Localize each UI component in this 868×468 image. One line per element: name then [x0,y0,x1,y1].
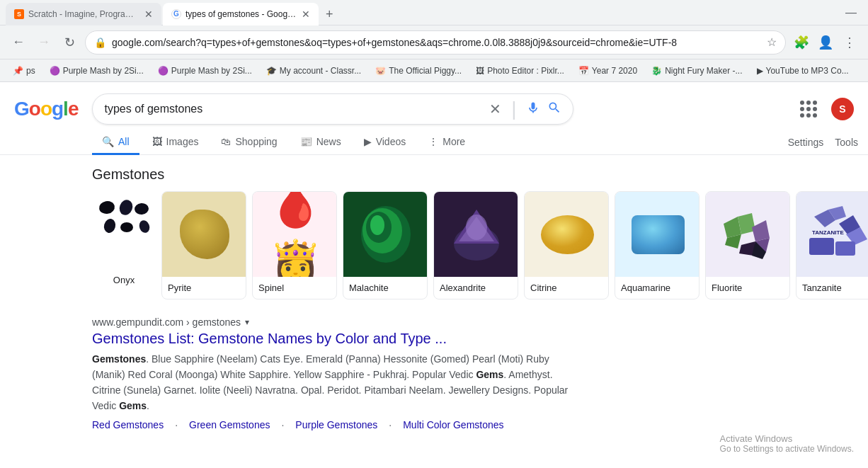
settings-link[interactable]: Settings [788,137,824,148]
bookmark-purple2-label: Purple Mash by 2Si... [171,66,252,76]
gemstone-card-alexandrite[interactable]: Alexandrite [433,191,518,299]
svg-marker-11 [752,220,770,241]
browser-tab-2[interactable]: G types of gemstones - Google Search ✕ [163,3,319,25]
gemstone-card-tanzanite[interactable]: TANZANITE Tanzanite [796,191,868,299]
bookmark-nightfury[interactable]: 🐉 Night Fury Maker -... [646,64,748,77]
tab-more-label: More [442,136,465,147]
result-link-purple[interactable]: Purple Gemstones [295,419,377,430]
bookmark-ps-label: ps [26,66,35,76]
tab1-close[interactable]: ✕ [144,8,153,20]
gemstone-card-malachite[interactable]: Malachite [343,191,428,299]
bookmark-purple2-icon: 🟣 [158,66,169,76]
forward-button[interactable]: → [34,35,54,50]
bookmark-pixlr[interactable]: 🖼 Photo Editor : Pixlr... [470,64,570,77]
google-logo: Google [14,98,78,120]
bookmark-nightfury-label: Night Fury Maker -... [665,66,742,76]
gemstone-card-spinel[interactable]: 🩸👸 Spinel [252,191,337,299]
browser-toolbar: ← → ↻ 🔒 google.com/search?q=types+of+gem… [0,25,868,59]
result-title-link[interactable]: Gemstones List: Gemstone Names by Color … [92,331,573,347]
result-link-multi[interactable]: Multi Color Gemstones [403,419,503,430]
bookmark-piggy-icon: 🐷 [375,66,386,76]
gemstone-card-citrine[interactable]: Citrine [524,191,609,299]
more-options-icon[interactable]: ⋮ [840,35,860,50]
logo-o2: o [40,98,52,120]
bookmark-piggy-label: The Official Piggy... [389,66,462,76]
bookmark-year7-label: Year 7 2020 [592,66,637,76]
result-links: Red Gemstones · Green Gemstones · Purple… [92,419,573,430]
bookmark-purple1-icon: 🟣 [50,66,60,76]
bookmark-purple1-label: Purple Mash by 2Si... [63,66,144,76]
bookmark-piggy[interactable]: 🐷 The Official Piggy... [370,64,467,77]
profile-avatar[interactable]: S [831,98,854,120]
tools-link[interactable]: Tools [835,137,858,148]
new-tab-button[interactable]: + [320,3,339,25]
header-right: S [794,95,854,123]
tab-more[interactable]: ⋮ More [418,130,475,155]
images-icon: 🖼 [152,136,162,147]
news-icon: 📰 [300,136,312,147]
fluorite-image [706,192,790,277]
result-link-green[interactable]: Green Gemstones [189,419,270,430]
bookmark-my-account[interactable]: 🎓 My account - Classr... [261,64,367,77]
tab-videos[interactable]: ▶ Videos [354,130,416,155]
refresh-button[interactable]: ↻ [59,35,79,50]
gemstone-card-aquamarine[interactable]: Aquamarine [615,191,699,299]
tab-all[interactable]: 🔍 All [92,130,139,155]
bookmark-ps[interactable]: 📌 ps [7,64,41,77]
browser-titlebar: S Scratch - Imagine, Program, Share ✕ G … [0,0,868,25]
tab-shopping[interactable]: 🛍 Shopping [211,130,287,155]
logo-g: G [14,98,29,120]
search-icon[interactable] [547,101,561,118]
result-link-red[interactable]: Red Gemstones [92,419,164,430]
logo-g2: g [52,98,63,120]
alexandrite-image [434,192,518,277]
bookmark-star-icon[interactable]: ☆ [767,35,777,49]
browser-tab-1[interactable]: S Scratch - Imagine, Program, Share ✕ [6,3,161,25]
bookmarks-bar: 📌 ps 🟣 Purple Mash by 2Si... 🟣 Purple Ma… [0,59,868,82]
address-bar[interactable]: 🔒 google.com/search?q=types+of+gemstones… [85,30,786,55]
gemstone-card-fluorite[interactable]: Fluorite [705,191,790,299]
svg-rect-19 [809,238,834,255]
tab1-favicon: S [14,9,24,19]
bookmark-purple-mash-1[interactable]: 🟣 Purple Mash by 2Si... [44,64,149,77]
bookmark-account-icon: 🎓 [266,66,277,76]
gemstone-card-pyrite[interactable]: Pyrite [161,191,246,299]
tanzanite-image: TANZANITE [796,192,868,277]
search-bar[interactable]: types of gemstones ✕ | [92,93,573,125]
onyx-label: Onyx [95,272,153,288]
google-apps-icon[interactable] [794,95,823,123]
spinel-image: 🩸👸 [253,192,337,277]
aquamarine-label: Aquamarine [615,277,699,299]
logo-e: e [68,98,79,120]
bookmark-youtube[interactable]: ▶ YouTube to MP3 Co... [751,64,855,77]
address-text: google.com/search?q=types+of+gemstones&o… [112,37,761,48]
tab-news[interactable]: 📰 News [290,130,351,155]
search-divider: | [511,98,516,120]
tab1-title: Scratch - Imagine, Program, Share [28,9,140,19]
bookmark-purple-mash-2[interactable]: 🟣 Purple Mash by 2Si... [152,64,258,77]
tanzanite-label: Tanzanite [796,277,868,299]
back-button[interactable]: ← [8,35,28,50]
tab2-title: types of gemstones - Google Search [185,9,297,19]
malachite-label: Malachite [343,277,427,299]
result-url-dropdown-icon[interactable]: ▾ [245,317,249,327]
bookmark-year7[interactable]: 📅 Year 7 2020 [573,64,643,77]
pyrite-image [162,192,246,277]
citrine-label: Citrine [525,277,608,299]
bookmark-pixlr-label: Photo Editor : Pixlr... [487,66,564,76]
lock-icon: 🔒 [94,37,106,48]
pyrite-label: Pyrite [162,277,246,299]
microphone-icon[interactable] [526,101,540,118]
tab2-close[interactable]: ✕ [302,8,310,20]
tab-images[interactable]: 🖼 Images [142,130,209,155]
svg-point-3 [370,215,384,235]
extensions-icon[interactable]: 🧩 [792,35,811,50]
tab-news-label: News [316,136,341,147]
gemstone-card-onyx[interactable]: Onyx [92,191,156,299]
profile-icon[interactable]: 👤 [816,35,835,50]
minimize-button[interactable]: — [840,5,862,21]
gemstones-section: Gemstones Onyx [92,166,868,299]
search-clear-icon[interactable]: ✕ [489,101,501,118]
bookmark-year7-icon: 📅 [578,66,589,76]
alexandrite-label: Alexandrite [434,277,518,299]
